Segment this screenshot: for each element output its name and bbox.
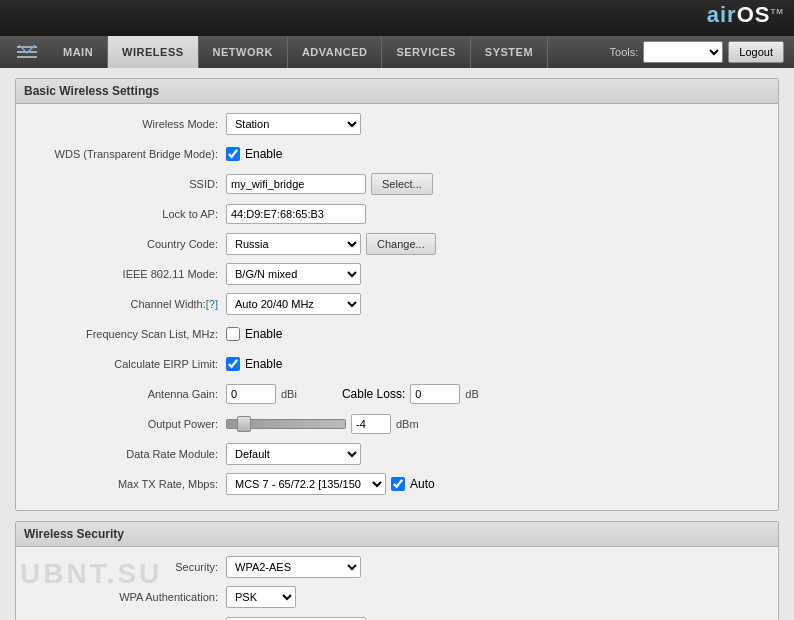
output-power-slider[interactable] <box>226 419 346 429</box>
wds-label: WDS (Transparent Bridge Mode): <box>26 148 226 160</box>
channel-width-row: Channel Width:[?] Auto 20/40 MHz <box>26 292 768 316</box>
tools-area: Tools: Logout <box>610 36 794 68</box>
max-tx-control: MCS 7 - 65/72.2 [135/150 Auto <box>226 473 435 495</box>
wireless-mode-control: Station <box>226 113 361 135</box>
calc-eirp-label: Calculate EIRP Limit: <box>26 358 226 370</box>
basic-wireless-title: Basic Wireless Settings <box>16 79 778 104</box>
wireless-mode-row: Wireless Mode: Station <box>26 112 768 136</box>
wpa-auth-label: WPA Authentication: <box>26 591 226 603</box>
security-select[interactable]: WPA2-AES <box>226 556 361 578</box>
freq-scan-row: Frequency Scan List, MHz: Enable <box>26 322 768 346</box>
wireless-security-title: Wireless Security <box>16 522 778 547</box>
lock-ap-control <box>226 204 366 224</box>
wireless-mode-select[interactable]: Station <box>226 113 361 135</box>
channel-width-label: Channel Width:[?] <box>26 298 226 310</box>
logo: airOSTM <box>707 2 784 28</box>
channel-width-help[interactable]: [?] <box>206 298 218 310</box>
basic-wireless-section: Basic Wireless Settings Wireless Mode: S… <box>15 78 779 511</box>
calc-eirp-enable-label: Enable <box>245 357 282 371</box>
freq-scan-checkbox[interactable] <box>226 327 240 341</box>
ieee-mode-row: IEEE 802.11 Mode: B/G/N mixed <box>26 262 768 286</box>
wpa-key-row: WPA Preshared Key: Show <box>26 615 768 620</box>
ssid-row: SSID: Select... <box>26 172 768 196</box>
data-rate-control: Default <box>226 443 361 465</box>
lock-ap-label: Lock to AP: <box>26 208 226 220</box>
output-power-row: Output Power: dBm <box>26 412 768 436</box>
ssid-label: SSID: <box>26 178 226 190</box>
freq-scan-label: Frequency Scan List, MHz: <box>26 328 226 340</box>
tools-select[interactable] <box>643 41 723 63</box>
max-tx-label: Max TX Rate, Mbps: <box>26 478 226 490</box>
country-change-button[interactable]: Change... <box>366 233 436 255</box>
main-content: Basic Wireless Settings Wireless Mode: S… <box>0 68 794 620</box>
ieee-mode-select[interactable]: B/G/N mixed <box>226 263 361 285</box>
tab-wireless[interactable]: WIRELESS <box>108 36 198 68</box>
logo-tm: TM <box>770 7 784 16</box>
auto-checkbox[interactable] <box>391 477 405 491</box>
auto-label: Auto <box>410 477 435 491</box>
cable-loss-input[interactable] <box>410 384 460 404</box>
channel-width-select[interactable]: Auto 20/40 MHz <box>226 293 361 315</box>
logo-air: air <box>707 2 737 27</box>
country-code-select[interactable]: Russia <box>226 233 361 255</box>
antenna-gain-input[interactable] <box>226 384 276 404</box>
country-code-control: Russia Change... <box>226 233 436 255</box>
max-tx-row: Max TX Rate, Mbps: MCS 7 - 65/72.2 [135/… <box>26 472 768 496</box>
freq-scan-enable-label: Enable <box>245 327 282 341</box>
output-power-control: dBm <box>226 414 419 434</box>
country-code-row: Country Code: Russia Change... <box>26 232 768 256</box>
wds-control: Enable <box>226 147 282 161</box>
wds-enable-label: Enable <box>245 147 282 161</box>
wpa-auth-control: PSK <box>226 586 296 608</box>
output-power-input[interactable] <box>351 414 391 434</box>
country-code-label: Country Code: <box>26 238 226 250</box>
data-rate-label: Data Rate Module: <box>26 448 226 460</box>
ssid-input[interactable] <box>226 174 366 194</box>
tab-advanced[interactable]: ADVANCED <box>288 36 383 68</box>
nav-home-icon[interactable] <box>5 36 49 68</box>
logo-os: OS <box>737 2 771 27</box>
ssid-control: Select... <box>226 173 433 195</box>
tab-services[interactable]: SERVICES <box>382 36 470 68</box>
calc-eirp-checkbox[interactable] <box>226 357 240 371</box>
cable-loss-label: Cable Loss: <box>342 387 405 401</box>
channel-width-control: Auto 20/40 MHz <box>226 293 361 315</box>
security-control: WPA2-AES <box>226 556 361 578</box>
wpa-auth-select[interactable]: PSK <box>226 586 296 608</box>
tools-label: Tools: <box>610 46 639 58</box>
calc-eirp-control: Enable <box>226 357 282 371</box>
dbi-label: dBi <box>281 388 297 400</box>
tab-network[interactable]: NETWORK <box>199 36 288 68</box>
header: airOSTM <box>0 0 794 36</box>
calc-eirp-row: Calculate EIRP Limit: Enable <box>26 352 768 376</box>
ieee-mode-label: IEEE 802.11 Mode: <box>26 268 226 280</box>
watermark: UBNT.SU <box>20 558 162 590</box>
ieee-mode-control: B/G/N mixed <box>226 263 361 285</box>
lock-ap-row: Lock to AP: <box>26 202 768 226</box>
wds-row: WDS (Transparent Bridge Mode): Enable <box>26 142 768 166</box>
tab-main[interactable]: MAIN <box>49 36 108 68</box>
output-power-label: Output Power: <box>26 418 226 430</box>
antenna-gain-label: Antenna Gain: <box>26 388 226 400</box>
select-ssid-button[interactable]: Select... <box>371 173 433 195</box>
freq-scan-control: Enable <box>226 327 282 341</box>
lock-ap-input[interactable] <box>226 204 366 224</box>
data-rate-select[interactable]: Default <box>226 443 361 465</box>
dbm-label: dBm <box>396 418 419 430</box>
antenna-gain-row: Antenna Gain: dBi Cable Loss: dB <box>26 382 768 406</box>
antenna-gain-control: dBi Cable Loss: dB <box>226 384 479 404</box>
navbar: MAIN WIRELESS NETWORK ADVANCED SERVICES … <box>0 36 794 68</box>
data-rate-row: Data Rate Module: Default <box>26 442 768 466</box>
basic-wireless-body: Wireless Mode: Station WDS (Transparent … <box>16 104 778 510</box>
tab-system[interactable]: SYSTEM <box>471 36 548 68</box>
slider-thumb[interactable] <box>237 416 251 432</box>
logout-button[interactable]: Logout <box>728 41 784 63</box>
wireless-mode-label: Wireless Mode: <box>26 118 226 130</box>
max-tx-select[interactable]: MCS 7 - 65/72.2 [135/150 <box>226 473 386 495</box>
wds-checkbox[interactable] <box>226 147 240 161</box>
db-label: dB <box>465 388 478 400</box>
